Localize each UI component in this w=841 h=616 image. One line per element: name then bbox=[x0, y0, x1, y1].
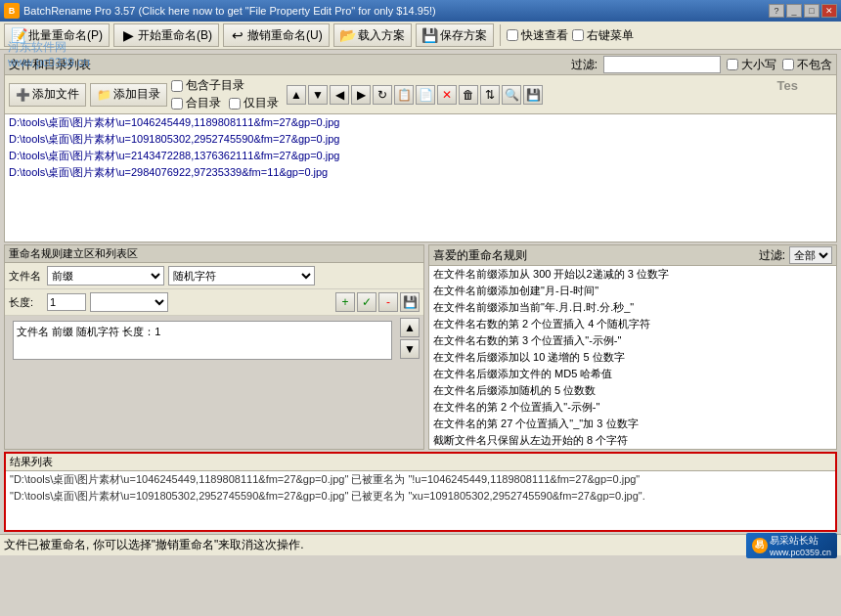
list-item[interactable]: 在文件名后缀添加文件的 MD5 哈希值 bbox=[429, 366, 836, 382]
results-content: "D:\tools\桌面\图片素材\u=1046245449,118980811… bbox=[6, 471, 835, 530]
add-file-button[interactable]: ➕ 添加文件 bbox=[9, 83, 86, 107]
down-btn[interactable]: ▼ bbox=[308, 85, 328, 105]
left-btn[interactable]: ◀ bbox=[330, 85, 349, 105]
status-text: 文件已被重命名, 你可以选择"撤销重命名"来取消这次操作. bbox=[4, 537, 304, 553]
files-list[interactable]: D:\tools\桌面\图片素材\u=1046245449,1189808111… bbox=[5, 114, 836, 242]
right-menu-label[interactable]: 右键菜单 bbox=[572, 27, 634, 44]
copy-btn[interactable]: 📋 bbox=[394, 85, 414, 105]
add-dir-button[interactable]: 📁 添加目录 bbox=[90, 83, 167, 107]
add-dir-icon: 📁 bbox=[97, 88, 111, 102]
rename-button[interactable]: 📝 批量重命名(P) bbox=[4, 23, 110, 47]
favorites-filter-select[interactable]: 全部 bbox=[789, 246, 832, 264]
filename-label: 文件名 bbox=[9, 269, 43, 284]
open-rename-button[interactable]: ▶ 开始重命名(B) bbox=[113, 23, 219, 47]
prefix-select[interactable]: 前缀 bbox=[47, 266, 164, 286]
filter-input[interactable] bbox=[603, 56, 721, 73]
no-include-checkbox[interactable] bbox=[782, 59, 794, 70]
list-item[interactable]: 在文件名后缀添加随机的 5 位数数 bbox=[429, 382, 836, 399]
add-rule-btn[interactable]: + bbox=[335, 292, 355, 312]
file-item[interactable]: D:\tools\桌面\图片素材\u=1091805302,2952745590… bbox=[5, 131, 836, 148]
confirm-rule-btn[interactable]: ✓ bbox=[357, 292, 376, 312]
cancel-rename-button[interactable]: ↩ 撤销重命名(U) bbox=[223, 23, 330, 47]
load-icon: 📂 bbox=[340, 27, 356, 43]
rules-header: 重命名规则建立区和列表区 bbox=[5, 245, 423, 263]
file-item[interactable]: D:\tools\桌面\图片素材\u=1046245449,1189808111… bbox=[5, 114, 836, 131]
files-panel-header: 文件和目录列表 过滤: 大小写 不包含 bbox=[5, 55, 836, 75]
include-sub-checkbox[interactable] bbox=[171, 80, 183, 92]
move-up-btn[interactable]: ▲ bbox=[400, 318, 420, 337]
favorites-filter-row: 过滤: 全部 bbox=[759, 246, 832, 264]
rule-action-btns: + ✓ - 💾 bbox=[335, 292, 420, 312]
file-item[interactable]: D:\tools\桌面\图片素材\u=2143472288,1376362111… bbox=[5, 148, 836, 164]
save-icon: 💾 bbox=[422, 27, 438, 43]
bottom-area: 重命名规则建立区和列表区 文件名 前缀 随机字符 长度: + ✓ - 💾 bbox=[4, 244, 837, 450]
list-item[interactable]: 在文件名的第 2 个位置插入"-示例-" bbox=[429, 399, 836, 416]
status-logo: 易 易采站长站 www.pc0359.cn bbox=[746, 533, 837, 558]
save-list-btn[interactable]: 💾 bbox=[523, 85, 543, 105]
files-panel: 文件和目录列表 过滤: 大小写 不包含 ➕ 添加文件 📁 添加目录 包 bbox=[4, 54, 837, 242]
delete-btn[interactable]: ✕ bbox=[437, 85, 457, 105]
include-all-label[interactable]: 合目录 bbox=[171, 95, 221, 111]
length-label: 长度: bbox=[9, 295, 43, 310]
refresh-btn[interactable]: ↻ bbox=[373, 85, 392, 105]
preview-area: 文件名 前缀 随机字符 长度：1 ▲ ▼ bbox=[5, 316, 423, 449]
list-item[interactable]: 在文件名前缀添加当前"年.月.日.时.分.秒_" bbox=[429, 299, 836, 316]
files-toolbar: ➕ 添加文件 📁 添加目录 包含子目录 合目录 仅目录 bbox=[5, 75, 836, 114]
list-item[interactable]: 在文件名右数的第 2 个位置插入 4 个随机字符 bbox=[429, 316, 836, 332]
app-icon: B bbox=[4, 3, 20, 19]
length-input[interactable] bbox=[47, 293, 86, 311]
clear-btn[interactable]: 🗑 bbox=[459, 85, 478, 105]
quick-check-label[interactable]: 快速查看 bbox=[507, 27, 568, 44]
list-item[interactable]: 截断文件名只保留从左边开始的 8 个字符 bbox=[429, 432, 836, 449]
rename-icon: 📝 bbox=[11, 27, 26, 43]
status-bar: 文件已被重命名, 你可以选择"撤销重命名"来取消这次操作. 易 易采站长站 ww… bbox=[0, 534, 841, 555]
no-include-label[interactable]: 不包含 bbox=[782, 57, 832, 73]
rules-panel: 重命名规则建立区和列表区 文件名 前缀 随机字符 长度: + ✓ - 💾 bbox=[4, 244, 424, 450]
save-button[interactable]: 💾 保存方案 bbox=[416, 23, 494, 47]
quick-check-checkbox[interactable] bbox=[507, 29, 518, 41]
toolbar-divider bbox=[500, 24, 501, 46]
maximize-btn[interactable]: □ bbox=[804, 4, 819, 18]
file-item[interactable]: D:\tools\桌面\图片素材\u=2984076922,97235339&f… bbox=[5, 164, 836, 181]
favorites-panel: 喜爱的重命名规则 过滤: 全部 在文件名前缀添加从 300 开始以2递减的 3 … bbox=[428, 244, 837, 450]
right-menu-checkbox[interactable] bbox=[572, 29, 584, 41]
only-dir-checkbox[interactable] bbox=[229, 98, 241, 110]
favorites-header: 喜爱的重命名规则 过滤: 全部 bbox=[429, 245, 836, 266]
list-item[interactable]: 在文件名前缀添加创建"月-日-时间" bbox=[429, 283, 836, 299]
list-item[interactable]: 在文件名的第 27 个位置插入"_"加 3 位数字 bbox=[429, 416, 836, 432]
up-btn[interactable]: ▲ bbox=[287, 85, 306, 105]
case-checkbox[interactable] bbox=[727, 59, 738, 70]
favorites-list[interactable]: 在文件名前缀添加从 300 开始以2递减的 3 位数字在文件名前缀添加创建"月-… bbox=[429, 266, 836, 449]
paste-btn[interactable]: 📄 bbox=[416, 85, 435, 105]
case-label[interactable]: 大小写 bbox=[727, 57, 776, 73]
move-down-btn[interactable]: ▼ bbox=[400, 339, 420, 359]
help-btn[interactable]: ? bbox=[769, 4, 784, 18]
close-btn[interactable]: ✕ bbox=[821, 4, 837, 18]
save-rule-btn[interactable]: 💾 bbox=[400, 292, 420, 312]
length-type-select[interactable] bbox=[90, 292, 168, 312]
only-dir-label[interactable]: 仅目录 bbox=[229, 95, 279, 111]
window-title: BatchRename Pro 3.57 (Click here now to … bbox=[23, 5, 436, 17]
add-file-icon: ➕ bbox=[16, 88, 30, 102]
right-btn[interactable]: ▶ bbox=[351, 85, 371, 105]
sort-btn[interactable]: ⇅ bbox=[480, 85, 500, 105]
main-toolbar: 📝 批量重命名(P) ▶ 开始重命名(B) ↩ 撤销重命名(U) 📂 载入方案 … bbox=[0, 22, 841, 50]
favorites-title: 喜爱的重命名规则 bbox=[433, 247, 527, 264]
list-item[interactable]: 在文件名后缀添加以 10 递增的 5 位数字 bbox=[429, 349, 836, 366]
include-all-checkbox[interactable] bbox=[171, 98, 183, 110]
rules-row2: 长度: + ✓ - 💾 bbox=[5, 289, 423, 316]
rules-row1: 文件名 前缀 随机字符 bbox=[5, 263, 423, 289]
list-item[interactable]: 在文件名前缀添加从 300 开始以2递减的 3 位数字 bbox=[429, 266, 836, 283]
load-button[interactable]: 📂 载入方案 bbox=[333, 23, 412, 47]
open-rename-icon: ▶ bbox=[120, 27, 136, 43]
filter-btn[interactable]: 🔍 bbox=[502, 85, 521, 105]
remove-rule-btn[interactable]: - bbox=[378, 292, 398, 312]
logo-icon: 易 bbox=[752, 538, 768, 553]
cancel-icon: ↩ bbox=[230, 27, 245, 43]
random-select[interactable]: 随机字符 bbox=[168, 266, 315, 286]
list-item[interactable]: 在文件名右数的第 3 个位置插入"-示例-" bbox=[429, 332, 836, 349]
minimize-btn[interactable]: _ bbox=[786, 4, 802, 18]
result-item: "D:\tools\桌面\图片素材\u=1046245449,118980811… bbox=[6, 471, 835, 488]
include-sub-label[interactable]: 包含子目录 bbox=[171, 77, 279, 94]
result-item: "D:\tools\桌面\图片素材\u=1091805302,295274559… bbox=[6, 488, 835, 505]
